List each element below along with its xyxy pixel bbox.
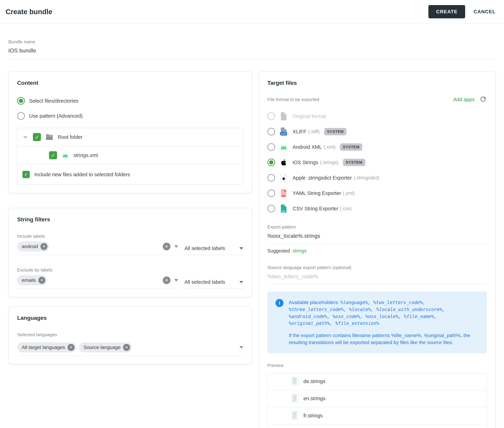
option-select-files[interactable]: Select files/directories <box>17 97 243 105</box>
preview-file-name: en.strings <box>303 396 325 401</box>
radio-unselected-icon[interactable] <box>267 205 275 213</box>
language-chip[interactable]: Source language ✕ <box>79 342 132 353</box>
mode-select-value: All selected labels <box>184 246 225 251</box>
format-name: Original format <box>293 114 326 119</box>
info-icon: i <box>275 299 283 307</box>
yaml-file-icon: YML <box>280 189 288 198</box>
format-option-android-xml[interactable]: Android XML (.xml) SYSTEM <box>267 142 487 152</box>
radio-selected-icon[interactable] <box>267 159 275 166</box>
caret-down-icon[interactable] <box>239 346 243 349</box>
chip-text: Source language <box>84 345 121 350</box>
chip-text: emails <box>22 278 36 283</box>
preview-file-name: de.strings <box>303 379 325 384</box>
format-option-csv[interactable]: CSV CSV String Exporter (.csv) <box>267 204 487 213</box>
radio-unselected-icon[interactable] <box>267 189 275 197</box>
format-option-stringsdict[interactable]: Apple .stringsdict Exporter (.stringsdic… <box>267 173 487 182</box>
radio-unselected-icon[interactable] <box>267 143 275 151</box>
format-option-ios-strings[interactable]: iOS Strings (.strings) SYSTEM <box>267 158 487 167</box>
preview-row: it.strings <box>268 425 487 428</box>
chip-text: android <box>22 244 38 249</box>
file-label: strings.xml <box>74 152 98 158</box>
selected-languages-group: Selected languages All target languages … <box>17 332 243 356</box>
label-chip[interactable]: emails ✕ <box>17 275 47 285</box>
radio-unselected-icon[interactable] <box>267 112 275 120</box>
include-mode-select[interactable]: All selected labels <box>184 246 243 255</box>
format-name: CSV String Exporter <box>293 206 338 212</box>
add-apps-link[interactable]: Add apps <box>453 97 475 102</box>
remove-chip-icon[interactable]: ✕ <box>68 344 75 351</box>
include-new-files-checkbox[interactable]: ✓ <box>22 171 30 178</box>
chip-text: All target languages <box>22 345 65 350</box>
caret-down-icon[interactable] <box>174 245 178 248</box>
language-chip[interactable]: All target languages ✕ <box>17 342 76 353</box>
system-badge: SYSTEM <box>343 159 365 166</box>
original-format-file-icon <box>280 112 288 121</box>
remove-chip-icon[interactable]: ✕ <box>40 243 47 250</box>
include-labels-label: Include labels <box>17 234 243 239</box>
file-tree: ✓ Root folder ✓ strings.xml <box>17 128 243 185</box>
tree-row-file[interactable]: ✓ strings.xml <box>17 146 243 165</box>
exclude-mode-select[interactable]: All selected labels <box>184 279 243 289</box>
svg-text:CSV: CSV <box>282 210 286 213</box>
caret-down-icon <box>239 247 243 250</box>
include-labels-input[interactable]: android ✕ ✕ <box>17 239 178 255</box>
clear-field-icon[interactable]: ✕ <box>163 243 171 250</box>
android-icon <box>280 142 288 152</box>
format-ext: (.xliff) <box>308 129 320 134</box>
option-use-pattern[interactable]: Use pattern (Advanced) <box>17 112 243 120</box>
bundle-name-label: Bundle name <box>9 39 495 45</box>
strings-file-icon <box>292 411 299 420</box>
format-option-original[interactable]: Original format <box>267 112 487 121</box>
content-heading: Content <box>17 80 243 86</box>
system-badge: SYSTEM <box>324 128 346 135</box>
string-filters-heading: String filters <box>17 216 243 223</box>
include-new-files-label: Include new files added to selected fold… <box>34 172 130 177</box>
suggested-value[interactable]: .strings <box>291 248 307 254</box>
exclude-labels-input[interactable]: emails ✕ ✕ <box>17 273 178 289</box>
content-options: Select files/directories Use pattern (Ad… <box>17 97 243 120</box>
source-pattern-input[interactable]: %two_letters_code% <box>267 273 487 284</box>
export-pattern-group: Export pattern %osx_locale%.strings Sugg… <box>267 224 487 254</box>
svg-text:XLIFF: XLIFF <box>281 132 286 135</box>
radio-unselected-icon[interactable] <box>267 128 275 135</box>
page-title: Create bundle <box>6 8 52 16</box>
cancel-button[interactable]: CANCEL <box>474 9 495 15</box>
caret-down-icon[interactable] <box>174 279 178 281</box>
remove-chip-icon[interactable]: ✕ <box>123 344 130 351</box>
format-list: Original format XLIFF XLIFF (.xliff) SYS… <box>267 112 487 213</box>
file-checkbox[interactable]: ✓ <box>49 151 57 159</box>
format-name: Apple .stringsdict Exporter <box>293 175 352 181</box>
bundle-name-field[interactable]: Bundle name iOS bundle <box>9 39 495 59</box>
radio-unselected-icon[interactable] <box>267 174 275 182</box>
chevron-down-icon[interactable] <box>22 134 28 140</box>
refresh-icon[interactable] <box>479 95 487 104</box>
format-option-yaml[interactable]: YML YAML String Exporter (.yml) <box>267 189 487 198</box>
create-button[interactable]: CREATE <box>428 5 465 18</box>
suggested-label: Suggested <box>267 248 290 254</box>
folder-icon <box>45 134 53 140</box>
clear-field-icon[interactable]: ✕ <box>163 276 171 284</box>
preview-row: fr.strings <box>268 407 487 425</box>
format-ext: (.strings) <box>320 160 338 165</box>
root-checkbox[interactable]: ✓ <box>33 133 41 141</box>
option-label: Use pattern (Advanced) <box>29 113 83 119</box>
include-new-files-row[interactable]: ✓ Include new files added to selected fo… <box>17 165 243 184</box>
caret-down-icon <box>239 281 243 283</box>
format-ext: (.yml) <box>343 190 355 196</box>
radio-unselected-icon[interactable] <box>17 112 25 120</box>
exclude-labels-label: Exclude by labels <box>17 267 243 273</box>
label-chip[interactable]: android ✕ <box>17 241 49 252</box>
file-format-label: File format to be exported <box>267 97 319 102</box>
preview-row: en.strings <box>268 390 487 407</box>
format-option-xliff[interactable]: XLIFF XLIFF (.xliff) SYSTEM <box>267 127 487 136</box>
bundle-name-input[interactable]: iOS bundle <box>9 47 495 54</box>
preview-label: Preview <box>267 363 487 368</box>
tree-row-root[interactable]: ✓ Root folder <box>17 128 243 146</box>
export-pattern-input[interactable]: %osx_locale%.strings <box>267 233 487 244</box>
format-name: XLIFF <box>293 129 307 135</box>
android-file-icon <box>62 152 69 158</box>
radio-selected-icon[interactable] <box>17 97 25 105</box>
remove-chip-icon[interactable]: ✕ <box>38 277 45 284</box>
selected-languages-input[interactable]: All target languages ✕ Source language ✕ <box>17 340 243 356</box>
apple-icon <box>280 158 288 167</box>
